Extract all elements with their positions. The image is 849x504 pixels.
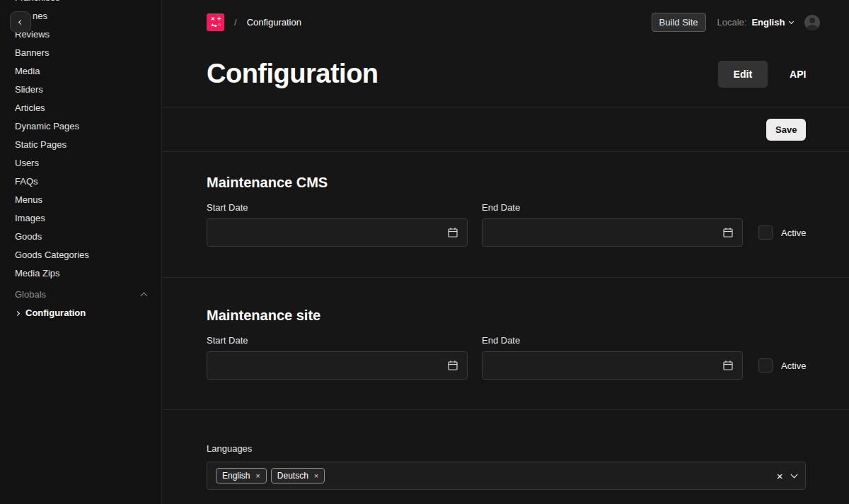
sidebar-item-banners[interactable]: Banners [0, 44, 161, 62]
section-title: Maintenance site [207, 307, 806, 324]
calendar-icon[interactable] [447, 360, 458, 371]
sidebar-item-static-pages[interactable]: Static Pages [0, 136, 161, 154]
save-toolbar: Save [162, 107, 849, 151]
chevron-left-icon [18, 19, 23, 24]
start-date-field: Start Date [207, 335, 468, 380]
section-maintenance-site: Maintenance site Start Date [162, 278, 849, 409]
chevron-down-icon [789, 18, 794, 23]
locale-switcher: Locale: English [717, 17, 794, 28]
fields-row: Start Date End Date [207, 202, 806, 247]
mode-switch: Edit API [718, 61, 821, 88]
tag-remove-icon[interactable]: × [255, 471, 260, 480]
topbar: ✕ ✛ ▲ ■ ○ / Configuration Build Site Loc… [162, 0, 849, 31]
sidebar-item-faqs[interactable]: FAQs [0, 172, 161, 191]
logo-glyph: ✛ [217, 16, 221, 21]
active-checkbox[interactable] [758, 225, 773, 240]
field-label: Start Date [207, 202, 468, 213]
checkbox-label: Active [781, 361, 806, 371]
sidebar-item-users[interactable]: Users [0, 154, 161, 172]
app-root: Franchises nes Reviews Banners Media Sli… [0, 0, 849, 504]
sidebar-item-menus[interactable]: Menus [0, 191, 161, 209]
calendar-icon[interactable] [722, 360, 734, 371]
end-date-field: End Date [482, 202, 743, 247]
sidebar-group-globals[interactable]: Globals [0, 286, 161, 304]
section-title: Maintenance CMS [207, 175, 806, 191]
configuration-label: Configuration [25, 304, 86, 322]
start-date-input[interactable] [207, 218, 468, 247]
sidebar-item-articles[interactable]: Articles [0, 99, 161, 117]
multiselect-controls: × [777, 471, 797, 481]
main-content: ✕ ✛ ▲ ■ ○ / Configuration Build Site Loc… [162, 0, 849, 504]
section-maintenance-cms: Maintenance CMS Start Date [162, 152, 849, 277]
languages-label: Languages [207, 443, 806, 454]
locale-label: Locale: [717, 17, 747, 28]
active-checkbox-group: Active [758, 351, 806, 380]
active-checkbox-group: Active [758, 218, 806, 247]
field-label: End Date [482, 202, 743, 213]
edit-tab-button[interactable]: Edit [718, 61, 768, 88]
chevron-down-icon[interactable] [791, 471, 798, 479]
logo-glyph: ■ [214, 23, 217, 28]
end-date-input[interactable] [482, 351, 743, 380]
logo-glyph: ✕ [211, 16, 215, 21]
section-languages: Languages English × Deutsch × × [162, 410, 849, 490]
field-label: Start Date [207, 335, 468, 346]
breadcrumb-current: Configuration [247, 17, 301, 28]
locale-value: English [751, 17, 785, 28]
start-date-field: Start Date [207, 202, 468, 247]
tag-remove-icon[interactable]: × [314, 471, 318, 480]
language-tag[interactable]: English × [216, 468, 267, 484]
chevron-up-icon [141, 293, 148, 300]
fields-row: Start Date End Date [207, 335, 806, 380]
sidebar-item-goods-categories[interactable]: Goods Categories [0, 246, 161, 264]
save-button[interactable]: Save [766, 119, 806, 141]
app-logo-icon[interactable]: ✕ ✛ ▲ ■ ○ [207, 13, 224, 31]
titlebar: Configuration Edit API [162, 31, 849, 107]
api-tab-button[interactable]: API [775, 61, 820, 88]
breadcrumb-separator: / [234, 17, 237, 28]
breadcrumb: ✕ ✛ ▲ ■ ○ / Configuration [207, 13, 301, 31]
sidebar-item-media[interactable]: Media [0, 62, 161, 81]
sidebar-nav: Franchises nes Reviews Banners Media Sli… [0, 0, 161, 283]
language-tag[interactable]: Deutsch × [271, 468, 325, 484]
calendar-icon[interactable] [447, 227, 458, 238]
end-date-input[interactable] [482, 218, 743, 247]
languages-multiselect[interactable]: English × Deutsch × × [207, 462, 806, 490]
globals-label: Globals [15, 286, 46, 304]
clear-icon[interactable]: × [777, 471, 783, 481]
tag-label: Deutsch [277, 471, 308, 481]
build-site-button[interactable]: Build Site [652, 13, 706, 32]
topbar-actions: Build Site Locale: English [652, 13, 821, 32]
sidebar: Franchises nes Reviews Banners Media Sli… [0, 0, 162, 504]
sidebar-item-media-zips[interactable]: Media Zips [0, 264, 161, 283]
sidebar-item-dynamic-pages[interactable]: Dynamic Pages [0, 117, 161, 136]
locale-select[interactable]: English [751, 17, 793, 28]
start-date-input[interactable] [207, 351, 468, 380]
sidebar-item-sliders[interactable]: Sliders [0, 81, 161, 99]
sidebar-collapse-button[interactable] [10, 11, 31, 33]
field-label: End Date [482, 335, 743, 346]
logo-glyph: ○ [218, 22, 221, 27]
sidebar-item-images[interactable]: Images [0, 209, 161, 228]
page-title: Configuration [207, 59, 379, 89]
sidebar-item-franchises[interactable]: Franchises [0, 0, 161, 7]
sidebar-item-goods[interactable]: Goods [0, 228, 161, 246]
chevron-right-icon [15, 310, 20, 315]
checkbox-label: Active [781, 228, 806, 238]
active-checkbox[interactable] [758, 358, 773, 373]
tag-label: English [222, 471, 250, 481]
user-avatar[interactable] [804, 15, 820, 30]
calendar-icon[interactable] [722, 227, 734, 238]
sidebar-item-configuration[interactable]: Configuration [0, 304, 161, 322]
end-date-field: End Date [482, 335, 743, 380]
language-tags: English × Deutsch × [216, 468, 777, 484]
